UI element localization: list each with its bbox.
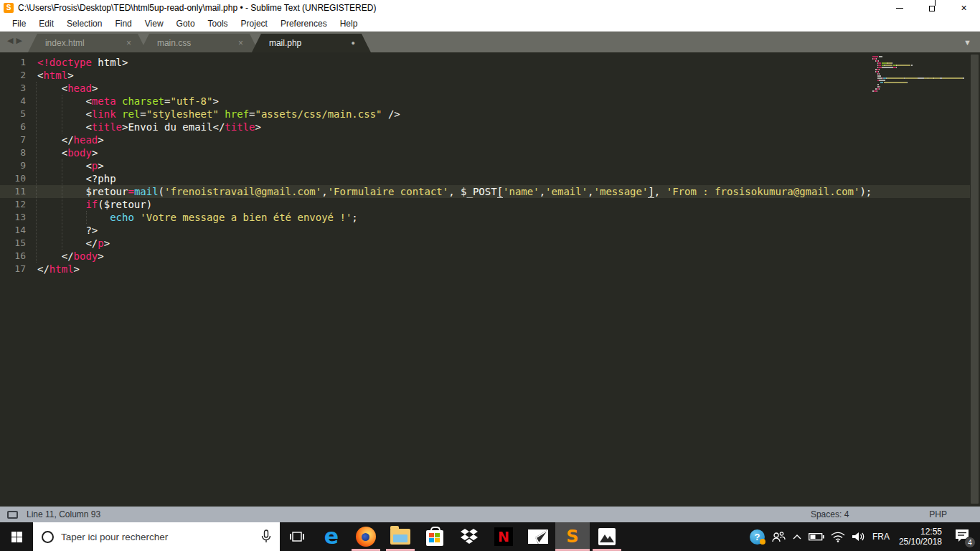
minimap[interactable] — [872, 56, 967, 93]
line-number: 7 — [0, 133, 26, 146]
volume-icon[interactable] — [852, 531, 866, 542]
code-line-8[interactable]: 8 <body> — [0, 146, 980, 159]
people-icon[interactable] — [771, 530, 786, 543]
taskbar-app-netflix[interactable]: N — [486, 522, 521, 551]
dirty-indicator-icon[interactable]: ● — [352, 39, 355, 47]
tab-close-icon[interactable]: × — [238, 38, 243, 48]
tab-index.html[interactable]: index.html× — [28, 34, 147, 52]
indentation-setting[interactable]: Spaces: 4 — [811, 509, 849, 519]
windows-taskbar: eNS ? — [0, 522, 980, 551]
chevron-up-icon[interactable] — [792, 533, 802, 540]
line-number: 9 — [0, 159, 26, 172]
code-text: <link rel="stylesheet" href="assets/css/… — [26, 108, 400, 121]
menu-item-preferences[interactable]: Preferences — [274, 16, 334, 31]
sublime-text-window: S C:\Users\Frosis\Desktop\TED\html5up-re… — [0, 0, 980, 551]
firefox-icon — [356, 527, 376, 547]
tab-mail.php[interactable]: mail.php● — [252, 34, 371, 52]
line-number: 6 — [0, 121, 26, 133]
menu-item-goto[interactable]: Goto — [170, 16, 202, 31]
menu-item-find[interactable]: Find — [108, 16, 138, 31]
tab-main.css[interactable]: main.css× — [140, 34, 259, 52]
menu-item-edit[interactable]: Edit — [32, 16, 60, 31]
tab-label: index.html — [45, 38, 85, 48]
tab-label: main.css — [157, 38, 191, 48]
code-line-12[interactable]: 12 if($retour) — [0, 198, 980, 211]
wifi-icon[interactable] — [831, 532, 845, 542]
code-line-14[interactable]: 14 ?> — [0, 224, 980, 237]
dropbox-icon — [460, 528, 479, 545]
code-line-10[interactable]: 10 <?php — [0, 172, 980, 185]
clock-date: 25/10/2018 — [899, 537, 942, 547]
window-title: C:\Users\Frosis\Desktop\TED\html5up-read… — [18, 3, 376, 13]
menu-item-file[interactable]: File — [6, 16, 32, 31]
menu-item-help[interactable]: Help — [334, 16, 364, 31]
code-editor[interactable]: 1<!doctype html>2<html>3 <head>4 <meta c… — [0, 52, 980, 507]
code-line-13[interactable]: 13 echo 'Votre message a bien été envoyé… — [0, 211, 980, 224]
menu-item-tools[interactable]: Tools — [202, 16, 235, 31]
code-line-6[interactable]: 6 <title>Envoi du email</title> — [0, 121, 980, 133]
code-text: <!doctype html> — [26, 56, 128, 69]
code-text: <body> — [26, 146, 98, 159]
search-input[interactable] — [61, 532, 261, 542]
language-indicator[interactable]: FRA — [872, 532, 890, 542]
task-view-icon — [290, 531, 304, 542]
line-number: 3 — [0, 82, 26, 95]
code-line-17[interactable]: 17</html> — [0, 263, 980, 276]
help-tray-icon[interactable]: ? — [750, 529, 765, 545]
vertical-scrollbar[interactable] — [971, 55, 979, 504]
taskbar-app-mail[interactable] — [521, 522, 555, 551]
clock[interactable]: 12:55 25/10/2018 — [896, 527, 945, 547]
code-line-5[interactable]: 5 <link rel="stylesheet" href="assets/cs… — [0, 108, 980, 121]
line-number: 14 — [0, 224, 26, 237]
code-text: </p> — [26, 237, 110, 250]
task-view-button[interactable] — [280, 522, 314, 551]
code-text: </body> — [26, 250, 104, 263]
code-line-4[interactable]: 4 <meta charset="utf-8"> — [0, 95, 980, 108]
netflix-icon: N — [494, 527, 513, 546]
taskbar-app-firefox[interactable] — [349, 522, 383, 551]
minimize-button[interactable] — [883, 0, 915, 16]
code-line-16[interactable]: 16 </body> — [0, 250, 980, 263]
cursor-position: Line 11, Column 93 — [27, 509, 100, 519]
code-line-15[interactable]: 15 </p> — [0, 237, 980, 250]
notification-badge: 4 — [964, 537, 976, 548]
code-line-2[interactable]: 2<html> — [0, 69, 980, 82]
code-line-11[interactable]: 11 $retour=mail('frenoistravail@gmail.co… — [0, 185, 980, 198]
syntax-mode[interactable]: PHP — [929, 509, 947, 519]
action-center-button[interactable]: 4 — [954, 528, 970, 545]
taskbar-app-dropbox[interactable] — [452, 522, 486, 551]
tab-close-icon[interactable]: × — [126, 38, 131, 48]
tab-nav-right-icon[interactable]: ▶ — [16, 36, 22, 45]
taskbar-app-edge[interactable]: e — [314, 522, 349, 551]
taskbar-app-photos[interactable] — [590, 522, 624, 551]
taskbar-app-sublime[interactable]: S — [555, 522, 590, 551]
start-button[interactable] — [0, 522, 33, 551]
code-line-3[interactable]: 3 <head> — [0, 82, 980, 95]
tab-overflow-icon[interactable]: ▼ — [963, 38, 971, 47]
menu-item-selection[interactable]: Selection — [60, 16, 108, 31]
code-text: ?> — [26, 224, 98, 237]
line-number: 15 — [0, 237, 26, 250]
panel-toggle-icon[interactable] — [7, 511, 18, 519]
close-button[interactable]: × — [948, 0, 980, 16]
menu-item-view[interactable]: View — [138, 16, 170, 31]
code-line-1[interactable]: 1<!doctype html> — [0, 56, 980, 69]
tab-nav-left-icon[interactable]: ◀ — [7, 36, 13, 45]
tab-bar: ◀ ▶ index.html×main.css×mail.php● ▼ — [0, 32, 980, 52]
taskbar-search[interactable] — [33, 522, 280, 551]
battery-icon[interactable] — [809, 532, 824, 541]
menu-item-project[interactable]: Project — [235, 16, 274, 31]
code-text: <html> — [26, 69, 74, 82]
code-text: if($retour) — [26, 198, 152, 211]
edge-icon: e — [324, 526, 339, 547]
microsoft-store-icon — [426, 530, 443, 546]
code-text: <?php — [26, 172, 116, 185]
taskbar-app-store[interactable] — [418, 522, 452, 551]
microphone-icon[interactable] — [261, 529, 271, 544]
restore-icon — [929, 6, 935, 11]
code-line-7[interactable]: 7 </head> — [0, 133, 980, 146]
code-line-9[interactable]: 9 <p> — [0, 159, 980, 172]
restore-button[interactable] — [915, 0, 948, 16]
taskbar-app-explorer[interactable] — [383, 522, 418, 551]
code-text: </html> — [26, 263, 80, 276]
